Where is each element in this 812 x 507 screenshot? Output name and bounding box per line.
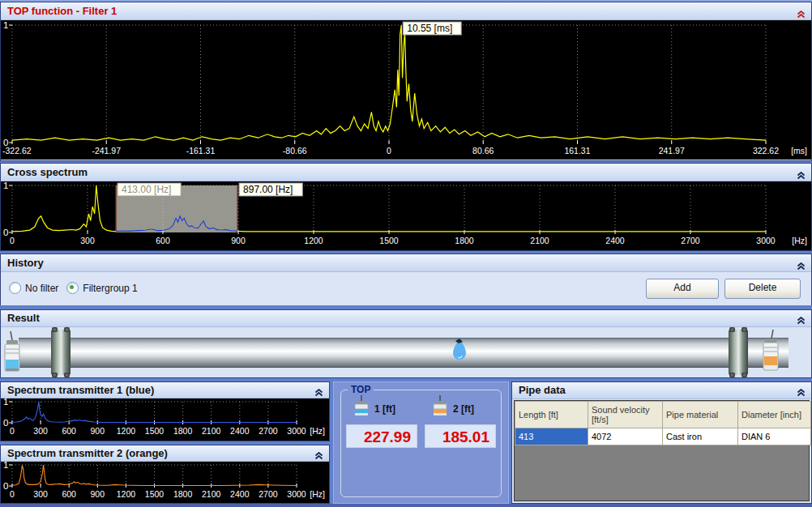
sensor-2-icon — [761, 329, 782, 376]
radio-label: No filter — [25, 283, 58, 294]
table-cell[interactable]: 4072 — [588, 428, 663, 445]
svg-text:-241.97: -241.97 — [92, 146, 121, 156]
svg-text:241.97: 241.97 — [659, 146, 685, 156]
collapse-icon[interactable] — [314, 449, 323, 458]
svg-text:[Hz]: [Hz] — [792, 236, 807, 245]
sensor-2-row: 2 [ft] — [430, 394, 474, 416]
svg-text:2700: 2700 — [259, 489, 278, 499]
svg-text:0: 0 — [3, 481, 8, 491]
pipe-graphic — [19, 338, 788, 368]
svg-text:1: 1 — [3, 20, 8, 30]
svg-text:2100: 2100 — [530, 236, 549, 245]
radio-no-filter[interactable]: No filter — [9, 282, 58, 294]
svg-text:0: 0 — [10, 489, 15, 499]
svg-text:-80.66: -80.66 — [283, 146, 307, 156]
svg-text:300: 300 — [80, 236, 95, 245]
top-group-title: TOP — [348, 384, 374, 395]
svg-text:[ms]: [ms] — [791, 146, 807, 156]
svg-text:2100: 2100 — [202, 489, 221, 499]
result-panel: Result — [0, 309, 812, 378]
collapse-icon[interactable] — [797, 313, 806, 322]
svg-text:900: 900 — [231, 236, 246, 245]
sensor-1-icon — [3, 330, 24, 376]
collapse-icon[interactable] — [797, 258, 806, 267]
top-function-panel: TOP function - Filter 1 10-322.62-241.97… — [0, 2, 812, 161]
pipe-flange-left — [51, 330, 71, 375]
collapse-icon[interactable] — [797, 6, 806, 15]
svg-text:80.66: 80.66 — [472, 146, 494, 156]
svg-text:1500: 1500 — [145, 426, 165, 436]
top-values-panel: TOP 1 [ft] 2 [ft] 227.99 185.01 — [333, 381, 509, 504]
svg-text:[Hz]: [Hz] — [310, 489, 325, 499]
add-button[interactable]: Add — [646, 279, 719, 299]
sensor-2-label: 2 [ft] — [453, 403, 474, 415]
svg-text:2700: 2700 — [259, 426, 278, 436]
column-header: Length [ft] — [515, 402, 588, 428]
svg-text:3000: 3000 — [287, 426, 306, 436]
svg-text:413.00 [Hz]: 413.00 [Hz] — [122, 184, 171, 195]
filter-radio-group: No filterFiltergroup 1 — [1, 283, 138, 296]
collapse-icon[interactable] — [314, 386, 323, 394]
history-header: History — [1, 254, 811, 272]
top-function-header: TOP function - Filter 1 — [1, 2, 811, 20]
svg-text:0: 0 — [10, 236, 15, 245]
column-header: Pipe material — [663, 402, 738, 428]
svg-text:1: 1 — [3, 462, 8, 470]
table-row[interactable]: 4134072Cast ironDIAN 6 — [515, 428, 811, 445]
svg-text:1: 1 — [3, 398, 8, 407]
svg-text:900: 900 — [91, 489, 105, 499]
collapse-icon[interactable] — [797, 386, 806, 394]
sensor-1-small-icon — [352, 394, 371, 416]
sensor-1-row: 1 [ft] — [352, 394, 395, 416]
column-header: Sound velocity [ft/s] — [588, 402, 663, 428]
svg-text:0: 0 — [10, 426, 15, 436]
result-header: Result — [1, 310, 811, 327]
svg-text:600: 600 — [62, 489, 76, 499]
pipe-data-title: Pipe data — [519, 384, 566, 396]
pipe-data-header: Pipe data — [512, 382, 811, 399]
svg-text:600: 600 — [156, 236, 170, 245]
spectrum1-chart: 1003006009001200150018002100240027003000… — [1, 398, 329, 441]
svg-text:897.00 [Hz]: 897.00 [Hz] — [243, 184, 293, 195]
svg-text:[Hz]: [Hz] — [310, 426, 325, 436]
column-header: Diameter [inch] — [738, 402, 811, 428]
cross-spectrum-chart[interactable]: 1003006009001200150018002100240027003000… — [1, 181, 811, 250]
radio-label: Filtergroup 1 — [83, 283, 137, 294]
svg-text:1200: 1200 — [304, 236, 323, 245]
spectrum1-title: Spectrum transmitter 1 (blue) — [7, 384, 154, 396]
spectrum2-header: Spectrum transmitter 2 (orange) — [1, 445, 329, 462]
svg-text:2700: 2700 — [681, 236, 700, 245]
top-function-title: TOP function - Filter 1 — [7, 5, 117, 17]
history-body: No filterFiltergroup 1 Add Delete — [1, 272, 811, 305]
svg-text:-322.62: -322.62 — [2, 146, 32, 156]
table-cell[interactable]: Cast iron — [663, 428, 738, 445]
svg-text:2400: 2400 — [230, 426, 250, 436]
result-title: Result — [7, 312, 40, 324]
svg-text:0: 0 — [3, 418, 8, 428]
svg-text:2400: 2400 — [605, 236, 625, 245]
cross-spectrum-panel: Cross spectrum 1003006009001200150018002… — [0, 163, 812, 251]
spectrum2-chart: 1003006009001200150018002100240027003000… — [1, 462, 329, 503]
cross-spectrum-header: Cross spectrum — [1, 164, 811, 181]
svg-text:600: 600 — [62, 426, 76, 436]
sensor-1-label: 1 [ft] — [374, 403, 395, 415]
sensor-2-small-icon — [430, 394, 450, 416]
history-title: History — [7, 257, 44, 269]
table-cell[interactable]: DIAN 6 — [738, 428, 811, 445]
radio-icon — [9, 282, 21, 294]
pipe-flange-right — [729, 330, 748, 375]
table-cell[interactable]: 413 — [515, 428, 588, 445]
radio-filtergroup-1[interactable]: Filtergroup 1 — [66, 282, 137, 294]
svg-text:161.31: 161.31 — [564, 146, 590, 156]
svg-text:3000: 3000 — [287, 489, 306, 499]
delete-button[interactable]: Delete — [724, 279, 801, 299]
spectrum2-panel: Spectrum transmitter 2 (orange) 10030060… — [0, 445, 330, 504]
collapse-icon[interactable] — [797, 168, 806, 177]
radio-icon — [66, 282, 79, 294]
svg-text:1: 1 — [3, 181, 8, 190]
svg-text:1500: 1500 — [379, 236, 399, 245]
svg-text:1800: 1800 — [173, 489, 193, 499]
cross-spectrum-title: Cross spectrum — [7, 166, 88, 178]
correlation-chart: 10-322.62-241.97-161.31-80.66080.66161.3… — [1, 20, 811, 160]
svg-text:1200: 1200 — [117, 489, 136, 499]
